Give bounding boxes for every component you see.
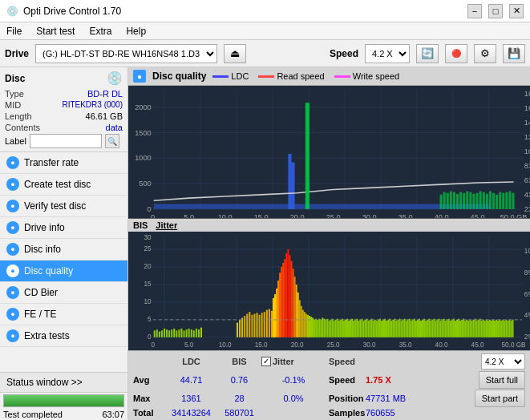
settings-button[interactable]: ⚙	[474, 44, 496, 63]
svg-rect-246	[442, 319, 443, 337]
svg-rect-148	[281, 266, 282, 337]
svg-rect-167	[312, 317, 314, 337]
svg-rect-49	[456, 194, 459, 209]
svg-rect-223	[404, 318, 406, 337]
type-value: BD-R DL	[87, 89, 123, 99]
nav-item-disc-quality[interactable]: ●Disc quality	[0, 260, 127, 282]
drive-info-icon: ●	[6, 221, 19, 234]
svg-rect-132	[246, 313, 248, 337]
svg-rect-142	[271, 310, 273, 337]
minimize-button[interactable]: −	[467, 4, 482, 18]
label-input[interactable]	[30, 134, 102, 148]
jitter-checkbox[interactable]: ✓	[261, 357, 271, 366]
transfer-rate-icon: ●	[6, 156, 19, 169]
drive-select[interactable]: (G:) HL-DT-ST BD-RE WH16NS48 1.D3	[35, 44, 217, 63]
svg-rect-263	[469, 319, 471, 337]
sidebar: Disc 💿 Type BD-R DL MID RITEKDR3 (000) L…	[0, 67, 128, 420]
svg-rect-213	[387, 319, 389, 337]
charts-area: 0 500 1000 1500 2000 2X 4X 6X 8X 10X 12X	[128, 86, 530, 350]
svg-text:6%: 6%	[524, 289, 530, 297]
svg-rect-264	[471, 321, 472, 337]
max-bis: 28	[217, 394, 261, 403]
svg-rect-121	[186, 329, 188, 337]
speed-select[interactable]: 4.2 X	[365, 44, 410, 63]
svg-rect-158	[297, 292, 299, 337]
legend-ldc: LDC	[212, 71, 249, 81]
svg-rect-160	[301, 305, 302, 337]
svg-rect-123	[191, 329, 192, 337]
svg-rect-117	[176, 330, 177, 337]
svg-rect-209	[381, 321, 382, 337]
verify-test-disc-icon: ●	[6, 200, 19, 212]
svg-rect-206	[376, 321, 378, 337]
jitter-label2: Jitter	[273, 357, 294, 366]
nav-item-fe-te[interactable]: ●FE / TE	[0, 304, 127, 325]
svg-rect-261	[466, 319, 467, 337]
burn-button[interactable]: 🔴	[445, 44, 467, 63]
nav-item-verify-test-disc[interactable]: ●Verify test disc	[0, 196, 127, 217]
svg-rect-201	[368, 321, 370, 337]
svg-rect-207	[378, 319, 379, 337]
svg-rect-198	[362, 321, 364, 337]
svg-rect-240	[431, 319, 433, 337]
ldc-header: LDC	[165, 357, 217, 366]
nav-item-disc-info[interactable]: ●Disc info	[0, 239, 127, 260]
status-time: 63:07	[102, 410, 124, 419]
svg-rect-159	[299, 300, 301, 337]
svg-text:12X: 12X	[524, 133, 530, 141]
svg-rect-176	[326, 318, 328, 337]
app-icon: 💿	[6, 6, 18, 17]
maximize-button[interactable]: □	[488, 4, 503, 18]
svg-rect-120	[184, 330, 185, 337]
menu-extra[interactable]: Extra	[86, 24, 115, 38]
svg-rect-66	[512, 193, 515, 209]
svg-rect-268	[478, 319, 479, 337]
svg-rect-234	[422, 319, 423, 337]
svg-rect-174	[323, 318, 325, 337]
svg-text:25.0: 25.0	[326, 212, 341, 217]
svg-rect-173	[322, 317, 323, 337]
verify-test-disc-label: Verify test disc	[24, 200, 86, 212]
svg-text:40.0: 40.0	[435, 212, 449, 217]
speed-selector[interactable]: 4.2 X	[481, 353, 525, 370]
start-full-button[interactable]: Start full	[479, 371, 525, 389]
status-window-button[interactable]: Status window >>	[0, 373, 127, 393]
svg-rect-62	[499, 192, 501, 209]
svg-rect-119	[180, 328, 182, 337]
start-part-button[interactable]: Start part	[475, 390, 525, 407]
svg-rect-214	[389, 318, 390, 337]
svg-rect-211	[384, 318, 386, 337]
svg-rect-57	[483, 192, 485, 209]
svg-rect-215	[390, 321, 392, 337]
svg-text:20.0: 20.0	[290, 212, 305, 217]
eject-button[interactable]: ⏏	[224, 44, 246, 63]
svg-rect-112	[164, 328, 165, 337]
svg-rect-226	[409, 318, 411, 337]
nav-item-create-test-disc[interactable]: ●Create test disc	[0, 174, 127, 196]
svg-rect-258	[461, 319, 463, 337]
total-bis: 580701	[217, 408, 261, 418]
menu-file[interactable]: File	[3, 24, 25, 38]
nav-item-transfer-rate[interactable]: ●Transfer rate	[0, 152, 127, 174]
svg-text:30.0: 30.0	[362, 212, 377, 217]
svg-text:45.0: 45.0	[471, 340, 484, 349]
refresh-button[interactable]: 🔄	[416, 44, 439, 63]
menu-start-test[interactable]: Start test	[33, 24, 78, 38]
nav-item-cd-bier[interactable]: ●CD Bier	[0, 282, 127, 304]
label-button[interactable]: 🔍	[105, 134, 119, 148]
svg-rect-143	[273, 298, 274, 337]
legend-read-speed-label: Read speed	[277, 71, 324, 81]
svg-rect-46	[447, 193, 449, 209]
menu-bar: File Start test Extra Help	[0, 22, 530, 40]
disc-title: Disc	[5, 73, 25, 84]
nav-item-extra-tests[interactable]: ●Extra tests	[0, 325, 127, 347]
save-button[interactable]: 💾	[503, 44, 525, 63]
close-button[interactable]: ✕	[509, 4, 524, 18]
menu-help[interactable]: Help	[123, 24, 149, 38]
progress-fill	[4, 395, 123, 406]
svg-rect-138	[261, 313, 263, 337]
nav-item-drive-info[interactable]: ●Drive info	[0, 217, 127, 239]
svg-text:20.0: 20.0	[291, 340, 304, 349]
svg-rect-48	[453, 192, 455, 209]
svg-text:10.0: 10.0	[219, 340, 232, 349]
